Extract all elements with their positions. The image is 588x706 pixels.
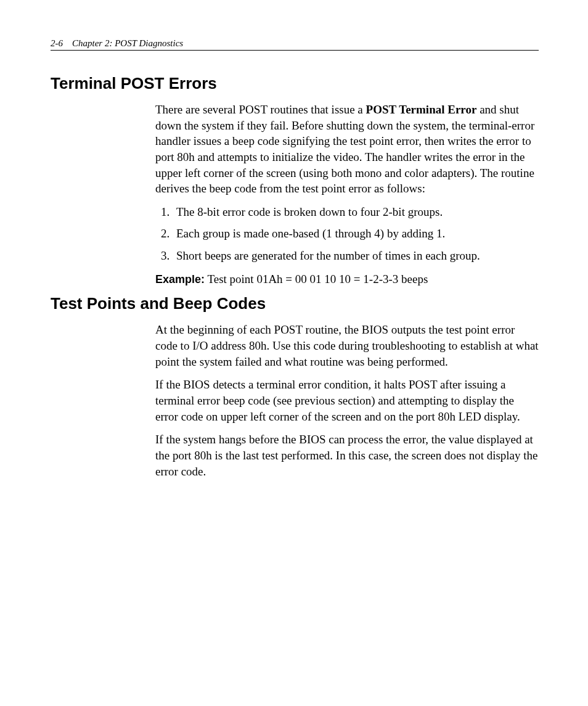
section2-para1: At the beginning of each POST routine, t… [155,322,539,369]
section1-para1-b: and shut down the system if they fail. B… [155,103,534,195]
section1-para1: There are several POST routines that iss… [155,102,539,197]
running-header: 2-6 Chapter 2: POST Diagnostics [51,38,539,51]
page-number: 2-6 [51,38,63,48]
section2-body: At the beginning of each POST routine, t… [155,322,539,479]
chapter-label: Chapter 2: POST Diagnostics [72,38,183,48]
heading-test-points-beep-codes: Test Points and Beep Codes [51,294,539,313]
section2-para2: If the BIOS detects a terminal error con… [155,377,539,424]
example-text: Test point 01Ah = 00 01 10 10 = 1-2-3-3 … [205,273,428,285]
section1-body: There are several POST routines that iss… [155,102,539,287]
list-item: Each group is made one-based (1 through … [173,226,539,242]
example-line: Example: Test point 01Ah = 00 01 10 10 =… [155,271,539,287]
section1-para1-a: There are several POST routines that iss… [155,103,366,116]
section1-list: The 8-bit error code is broken down to f… [155,204,539,264]
section1-para1-bold: POST Terminal Error [366,103,477,116]
section2-para3: If the system hangs before the BIOS can … [155,432,539,479]
heading-terminal-post-errors: Terminal POST Errors [51,74,539,93]
list-item: Short beeps are generated for the number… [173,248,539,264]
list-item: The 8-bit error code is broken down to f… [173,204,539,220]
page: 2-6 Chapter 2: POST Diagnostics Terminal… [0,0,588,479]
example-label: Example: [155,273,205,285]
